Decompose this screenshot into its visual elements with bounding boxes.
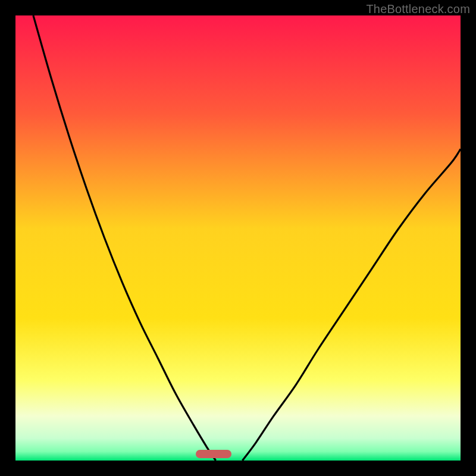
plot-area	[15, 15, 461, 461]
curve-right-branch	[242, 149, 461, 461]
optimum-marker	[196, 450, 231, 458]
watermark-text: TheBottleneck.com	[366, 2, 470, 16]
curve-left-branch	[33, 15, 216, 461]
bottleneck-curves	[15, 15, 461, 461]
